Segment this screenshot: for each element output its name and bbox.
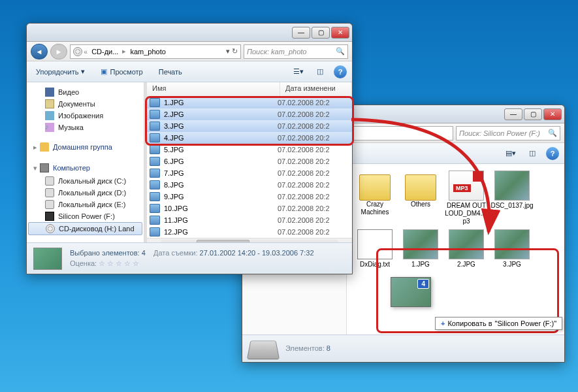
sidebar-computer[interactable]: ▾Компьютер	[27, 161, 144, 175]
file-icon-item[interactable]: Crazy Machines	[352, 171, 398, 225]
file-icon-item[interactable]: Others	[398, 171, 443, 225]
file-row[interactable]: 8.JPG07.02.2008 20:2	[147, 179, 352, 191]
chevron-down-icon: ▾	[81, 67, 85, 76]
sidebar-drive-d[interactable]: Локальный диск (D:)	[27, 187, 144, 199]
file-row[interactable]: 9.JPG07.02.2008 20:2	[147, 191, 352, 203]
file-name: 8.JPG	[164, 181, 278, 189]
print-button[interactable]: Печать	[155, 67, 186, 77]
preview-button[interactable]: ▣ Просмотр	[97, 66, 146, 77]
scroll-right-icon[interactable]: ▸	[348, 240, 352, 242]
drag-preview: 4	[391, 277, 431, 307]
chevron-right-icon[interactable]: «	[84, 48, 88, 56]
organize-button[interactable]: Упорядочить ▾	[32, 66, 89, 77]
file-label: 1.JPG	[411, 261, 430, 269]
maximize-button[interactable]	[524, 108, 542, 120]
column-name[interactable]: Имя	[147, 82, 280, 96]
close-button[interactable]	[331, 27, 349, 39]
chevron-right-icon[interactable]: ▸	[122, 47, 126, 56]
image-file-icon	[150, 157, 160, 166]
file-row[interactable]: 2.JPG07.02.2008 20:2	[147, 108, 352, 120]
file-icon-item[interactable]: 3.JPG	[489, 229, 535, 269]
image-file-icon	[150, 227, 160, 237]
maximize-button[interactable]	[312, 27, 330, 39]
search-input[interactable]: Поиск: Silicon Power (F:) 🔍	[456, 126, 560, 140]
nav-forward-button[interactable]: ►	[50, 44, 67, 59]
sidebar-videos[interactable]: Видео	[27, 86, 144, 98]
file-row[interactable]: 3.JPG07.02.2008 20:2	[147, 120, 352, 132]
minimize-button[interactable]	[504, 108, 522, 120]
column-date[interactable]: Дата изменени	[280, 82, 352, 96]
minimize-button[interactable]	[292, 27, 310, 39]
file-name: 12.JPG	[164, 228, 278, 236]
file-row[interactable]: 6.JPG07.02.2008 20:2	[147, 155, 352, 167]
file-icon-item[interactable]: 1.JPG	[398, 229, 443, 269]
collapse-icon[interactable]: ▾	[33, 164, 37, 172]
file-name: 5.JPG	[164, 146, 278, 154]
file-row[interactable]: 5.JPG07.02.2008 20:2	[147, 144, 352, 155]
file-icon-item[interactable]: MP3DREAM OUT LOUD_DM4.mp3	[443, 171, 489, 225]
drag-count-badge: 4	[417, 279, 429, 289]
file-icon-item[interactable]: DxDiag.txt	[352, 229, 398, 269]
file-date: 07.02.2008 20:2	[278, 228, 349, 236]
horizontal-scrollbar[interactable]: ◂ ▸	[147, 238, 352, 242]
search-input[interactable]: Поиск: kam_photo 🔍	[244, 44, 348, 59]
expand-icon[interactable]: ▸	[33, 143, 37, 152]
view-mode-button[interactable]: ☰▾	[291, 66, 306, 77]
sidebar-pictures[interactable]: Изображения	[27, 110, 144, 122]
address-bar[interactable]: « CD-ди... ▸ kam_photo ▾ ↻	[70, 44, 241, 59]
file-row[interactable]: 1.JPG07.02.2008 20:2	[147, 97, 352, 108]
file-row[interactable]: 12.JPG07.02.2008 20:2	[147, 226, 352, 238]
rating-stars[interactable]: ☆ ☆ ☆ ☆ ☆	[99, 259, 139, 267]
sidebar-item-label: Домашняя группа	[53, 143, 112, 151]
image-file-icon	[150, 180, 160, 189]
sidebar-homegroup[interactable]: ▸Домашняя группа	[27, 140, 144, 154]
file-row[interactable]: 11.JPG07.02.2008 20:2	[147, 214, 352, 226]
navigation-pane[interactable]: Видео Документы Изображения Музыка ▸Дома…	[27, 82, 144, 242]
drag-tooltip-target: "Silicon Power (F:)"	[495, 319, 557, 327]
search-icon: 🔍	[336, 47, 345, 56]
nav-back-button[interactable]: ◄	[31, 44, 48, 59]
help-button[interactable]: ?	[334, 65, 347, 78]
file-icon-item[interactable]: 2.JPG	[443, 229, 489, 269]
cd-icon	[73, 47, 82, 56]
sidebar-documents[interactable]: Документы	[27, 98, 144, 110]
scrollbar-thumb[interactable]	[197, 240, 249, 243]
file-row[interactable]: 7.JPG07.02.2008 20:2	[147, 167, 352, 179]
refresh-icon[interactable]: ▾ ↻	[226, 47, 238, 56]
explorer-window-source[interactable]: ◄ ► « CD-ди... ▸ kam_photo ▾ ↻ Поиск: ka…	[26, 23, 353, 274]
help-button[interactable]: ?	[546, 147, 559, 160]
file-date: 07.02.2008 20:2	[278, 216, 349, 224]
titlebar[interactable]	[27, 24, 352, 42]
plus-icon: +	[441, 319, 445, 327]
file-row[interactable]: 10.JPG07.02.2008 20:2	[147, 203, 352, 214]
sidebar-drive-c[interactable]: Локальный диск (C:)	[27, 175, 144, 187]
preview-pane-button[interactable]: ◫	[314, 66, 326, 77]
file-icon-item[interactable]: DSC_0137.jpg	[489, 171, 535, 225]
file-list-pane[interactable]: Имя Дата изменени 1.JPG07.02.2008 20:22.…	[147, 82, 352, 242]
disk-icon	[45, 188, 54, 197]
sidebar-item-label: CD-дисковод (H:) Land	[59, 225, 135, 233]
sidebar-item-label: Локальный диск (C:)	[58, 177, 126, 185]
file-row[interactable]: 4.JPG07.02.2008 20:2	[147, 132, 352, 144]
file-date: 07.02.2008 20:2	[278, 193, 349, 201]
photo-thumbnail	[403, 229, 438, 259]
scroll-left-icon[interactable]: ◂	[147, 240, 151, 242]
breadcrumb-item[interactable]: kam_photo	[127, 48, 168, 56]
file-icon-pane[interactable]: Crazy MachinesOthersMP3DREAM OUT LOUD_DM…	[347, 164, 564, 335]
close-button[interactable]	[543, 108, 562, 120]
toolbar-label: Печать	[159, 68, 182, 76]
sidebar-drive-h[interactable]: CD-дисковод (H:) Land	[28, 222, 142, 235]
breadcrumb-item[interactable]: CD-ди...	[89, 48, 121, 56]
sidebar-drive-e[interactable]: Локальный диск (E:)	[27, 199, 144, 210]
computer-icon	[40, 163, 49, 172]
view-mode-button[interactable]: ▤▾	[503, 148, 519, 159]
preview-pane-button[interactable]: ◫	[526, 148, 538, 159]
preview-thumbnail	[33, 248, 62, 270]
sidebar-music[interactable]: Музыка	[27, 122, 144, 133]
file-date: 07.02.2008 20:2	[278, 134, 349, 142]
status-text: Выбрано элементов: 4 Дата съемки: 27.01.…	[70, 248, 314, 269]
photo-thumbnail	[494, 171, 530, 201]
cd-icon	[46, 224, 55, 233]
sidebar-drive-f[interactable]: Silicon Power (F:)	[27, 210, 144, 222]
column-headers[interactable]: Имя Дата изменени	[147, 82, 352, 97]
